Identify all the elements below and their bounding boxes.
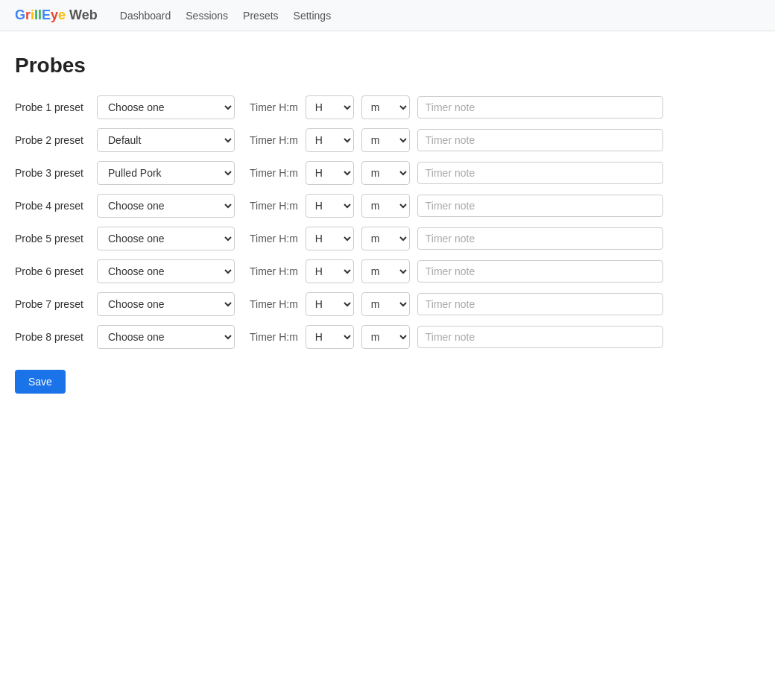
- probe-1-hour-select[interactable]: H123456789101112: [306, 95, 354, 119]
- page-title: Probes: [15, 54, 760, 78]
- probe-8-hour-select[interactable]: H123456789101112: [306, 325, 354, 349]
- probe-2-label: Probe 2 preset: [15, 134, 89, 146]
- probe-6-minute-select[interactable]: m000510152025303540455055: [361, 259, 410, 283]
- probe-8-timer-label: Timer H:m: [250, 331, 298, 343]
- probe-rows-container: Probe 1 presetChoose oneDefaultPulled Po…: [15, 95, 760, 349]
- nav-presets[interactable]: Presets: [243, 10, 278, 22]
- probe-5-timer-note-input[interactable]: [417, 227, 663, 250]
- probe-row: Probe 8 presetChoose oneDefaultPulled Po…: [15, 325, 760, 349]
- probe-1-minute-select[interactable]: m000510152025303540455055: [361, 95, 410, 119]
- probe-1-preset-select[interactable]: Choose oneDefaultPulled PorkBrisketChick…: [97, 95, 235, 119]
- probe-6-hour-select[interactable]: H123456789101112: [306, 259, 354, 283]
- probe-8-minute-select[interactable]: m000510152025303540455055: [361, 325, 410, 349]
- brand-logo: GrillEye Web: [15, 7, 98, 23]
- probe-4-preset-select[interactable]: Choose oneDefaultPulled PorkBrisketChick…: [97, 194, 235, 218]
- brand-ll: ll: [34, 7, 42, 22]
- probe-3-label: Probe 3 preset: [15, 167, 89, 179]
- probe-6-timer-label: Timer H:m: [250, 265, 298, 277]
- probe-2-preset-select[interactable]: Choose oneDefaultPulled PorkBrisketChick…: [97, 128, 235, 152]
- probe-4-timer-label: Timer H:m: [250, 200, 298, 212]
- brand-g: G: [15, 7, 25, 22]
- probe-row: Probe 7 presetChoose oneDefaultPulled Po…: [15, 292, 760, 316]
- nav-dashboard[interactable]: Dashboard: [120, 10, 171, 22]
- probe-row: Probe 4 presetChoose oneDefaultPulled Po…: [15, 194, 760, 218]
- probe-4-hour-select[interactable]: H123456789101112: [306, 194, 354, 218]
- brand-r: r: [25, 7, 31, 22]
- probe-5-hour-select[interactable]: H123456789101112: [306, 227, 354, 250]
- probe-8-preset-select[interactable]: Choose oneDefaultPulled PorkBrisketChick…: [97, 325, 235, 349]
- probe-5-preset-select[interactable]: Choose oneDefaultPulled PorkBrisketChick…: [97, 227, 235, 250]
- brand-e: e: [58, 7, 66, 22]
- nav-settings[interactable]: Settings: [294, 10, 332, 22]
- probe-2-minute-select[interactable]: m000510152025303540455055: [361, 128, 410, 152]
- probe-6-preset-select[interactable]: Choose oneDefaultPulled PorkBrisketChick…: [97, 259, 235, 283]
- probe-row: Probe 3 presetChoose oneDefaultPulled Po…: [15, 161, 760, 185]
- probe-7-label: Probe 7 preset: [15, 298, 89, 310]
- probe-5-minute-select[interactable]: m000510152025303540455055: [361, 227, 410, 250]
- probe-1-timer-note-input[interactable]: [417, 96, 663, 119]
- probe-5-label: Probe 5 preset: [15, 233, 89, 245]
- probe-1-timer-label: Timer H:m: [250, 101, 298, 113]
- main-content: Probes Probe 1 presetChoose oneDefaultPu…: [0, 31, 775, 416]
- probe-8-label: Probe 8 preset: [15, 331, 89, 343]
- probe-2-hour-select[interactable]: H123456789101112: [306, 128, 354, 152]
- probe-5-timer-label: Timer H:m: [250, 233, 298, 245]
- probe-7-timer-note-input[interactable]: [417, 293, 663, 315]
- brand-E: E: [42, 7, 51, 22]
- brand-y: y: [51, 7, 58, 22]
- nav-sessions[interactable]: Sessions: [186, 10, 228, 22]
- probe-row: Probe 1 presetChoose oneDefaultPulled Po…: [15, 95, 760, 119]
- probe-3-minute-select[interactable]: m000510152025303540455055: [361, 161, 410, 185]
- probe-6-label: Probe 6 preset: [15, 265, 89, 277]
- probe-1-label: Probe 1 preset: [15, 101, 89, 113]
- probe-8-timer-note-input[interactable]: [417, 326, 663, 348]
- probe-3-preset-select[interactable]: Choose oneDefaultPulled PorkBrisketChick…: [97, 161, 235, 185]
- probe-7-hour-select[interactable]: H123456789101112: [306, 292, 354, 316]
- probe-3-timer-label: Timer H:m: [250, 167, 298, 179]
- probe-row: Probe 6 presetChoose oneDefaultPulled Po…: [15, 259, 760, 283]
- probe-7-preset-select[interactable]: Choose oneDefaultPulled PorkBrisketChick…: [97, 292, 235, 316]
- probe-4-timer-note-input[interactable]: [417, 195, 663, 217]
- probe-6-timer-note-input[interactable]: [417, 260, 663, 283]
- probe-4-label: Probe 4 preset: [15, 200, 89, 212]
- navbar: GrillEye Web Dashboard Sessions Presets …: [0, 0, 775, 31]
- probe-2-timer-note-input[interactable]: [417, 129, 663, 151]
- nav-links: Dashboard Sessions Presets Settings: [120, 10, 331, 22]
- probe-7-timer-label: Timer H:m: [250, 298, 298, 310]
- probe-3-hour-select[interactable]: H123456789101112: [306, 161, 354, 185]
- save-button[interactable]: Save: [15, 370, 66, 394]
- probe-7-minute-select[interactable]: m000510152025303540455055: [361, 292, 410, 316]
- probe-3-timer-note-input[interactable]: [417, 162, 663, 184]
- probe-4-minute-select[interactable]: m000510152025303540455055: [361, 194, 410, 218]
- probe-row: Probe 2 presetChoose oneDefaultPulled Po…: [15, 128, 760, 152]
- brand-web: Web: [66, 7, 98, 22]
- probe-row: Probe 5 presetChoose oneDefaultPulled Po…: [15, 227, 760, 250]
- probe-2-timer-label: Timer H:m: [250, 134, 298, 146]
